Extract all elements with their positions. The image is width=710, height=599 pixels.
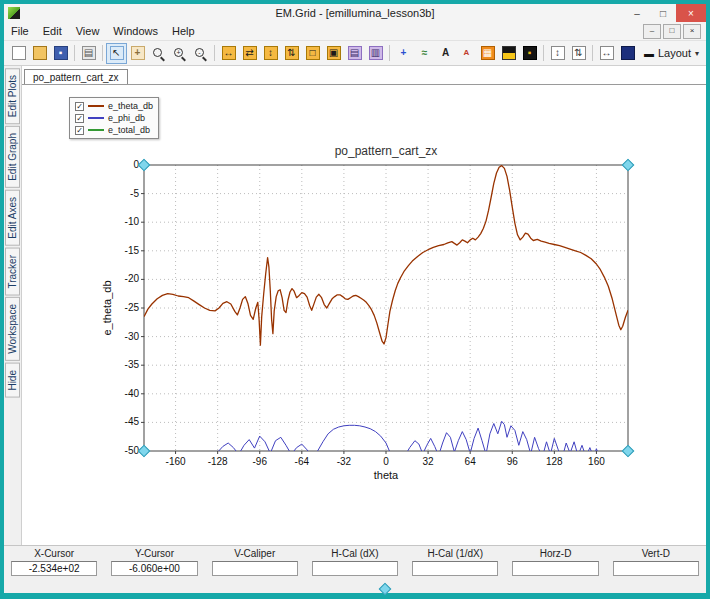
legend-label: e_phi_db — [108, 113, 145, 123]
legend-checkbox[interactable]: ✓ — [75, 114, 84, 123]
restore-button[interactable]: □ — [650, 4, 676, 22]
svg-text:-40: -40 — [125, 388, 140, 399]
zoom-y-icon: ⇅ — [285, 46, 299, 60]
legend-color-swatch — [88, 105, 104, 107]
add-marker-button[interactable]: + — [393, 43, 414, 64]
zoom-in-button[interactable]: + — [169, 43, 190, 64]
zoom-out-button[interactable]: - — [190, 43, 211, 64]
status-value-y-cursor: -6.060e+00 — [111, 561, 197, 576]
status-label-h-cal-dx: H-Cal (dX) — [305, 548, 405, 559]
window-client-area: EM.Grid - [emillumina_lesson3b] – □ × Fi… — [4, 4, 706, 593]
svg-text:64: 64 — [465, 456, 477, 467]
menu-bar: FileEditViewWindowsHelp –□× — [4, 22, 706, 41]
printer-icon: ▤ — [82, 46, 96, 60]
svg-text:-20: -20 — [125, 273, 140, 284]
side-tab-workspace[interactable]: Workspace — [5, 297, 20, 361]
mdi-restore-button[interactable]: □ — [663, 24, 681, 39]
side-tab-hide[interactable]: Hide — [5, 363, 20, 398]
add-annotation-button[interactable]: A — [456, 43, 477, 64]
expand-frame-h-button[interactable]: ↔ — [596, 43, 617, 64]
zoom-x-icon: ⇄ — [243, 46, 257, 60]
new-document-button[interactable] — [8, 43, 29, 64]
chart-canvas[interactable]: -160-128-96-64-3203264961281600-5-10-15-… — [22, 84, 706, 545]
expand-frame-v-button[interactable]: ↕ — [547, 43, 568, 64]
legend-checkbox[interactable]: ✓ — [75, 126, 84, 135]
toolbar-separator — [214, 45, 215, 61]
toolbar-separator — [102, 45, 103, 61]
toolbar: ▪▤↖++-↔⇄↕⇅□▣▤▥+≈AA▦▪↕⇅↔▬Layout▾ — [4, 41, 706, 66]
legend-item: ✓e_phi_db — [75, 112, 153, 124]
svg-text:-10: -10 — [125, 216, 140, 227]
pan-hand-icon: + — [131, 46, 145, 60]
menu-view[interactable]: View — [69, 23, 107, 39]
select-cursor-button[interactable]: ↖ — [106, 43, 127, 64]
side-tab-tracker[interactable]: Tracker — [5, 248, 20, 296]
zoom-y-button[interactable]: ⇅ — [281, 43, 302, 64]
svg-text:po_pattern_cart_zx: po_pattern_cart_zx — [335, 144, 438, 158]
document-tab[interactable]: po_pattern_cart_zx — [24, 69, 128, 84]
toolbar-separator — [543, 45, 544, 61]
side-tab-edit-axes[interactable]: Edit Axes — [5, 190, 20, 246]
svg-text:-128: -128 — [208, 456, 228, 467]
new-graph-button[interactable]: ▤ — [344, 43, 365, 64]
mdi-minimize-button[interactable]: – — [643, 24, 661, 39]
side-tab-edit-plots[interactable]: Edit Plots — [5, 68, 20, 124]
legend-item: ✓e_theta_db — [75, 100, 153, 112]
window-title: EM.Grid - [emillumina_lesson3b] — [4, 7, 706, 19]
status-value-h-cal-1-dx — [412, 561, 498, 576]
svg-text:-15: -15 — [125, 245, 140, 256]
status-value-vert-d — [613, 561, 699, 576]
legend-item: ✓e_total_db — [75, 124, 153, 136]
density-plot-button[interactable]: ▪ — [519, 43, 540, 64]
line-style-button[interactable] — [617, 43, 638, 64]
full-scale-x-button[interactable]: ↔ — [218, 43, 239, 64]
svg-text:128: 128 — [546, 456, 563, 467]
add-curve-button[interactable]: ≈ — [414, 43, 435, 64]
status-label-v-caliper: V-Caliper — [205, 548, 305, 559]
chevron-down-icon: ▾ — [695, 49, 699, 58]
zoom-xy-button[interactable]: ▣ — [323, 43, 344, 64]
menu-edit[interactable]: Edit — [36, 23, 69, 39]
status-values: -2.534e+02-6.060e+00 — [4, 561, 706, 578]
line-swatch-icon — [621, 46, 635, 60]
svg-text:theta: theta — [374, 469, 399, 481]
minimize-button[interactable]: – — [624, 4, 650, 22]
full-scale-xy-button[interactable]: □ — [302, 43, 323, 64]
menu-help[interactable]: Help — [165, 23, 202, 39]
save-button[interactable]: ▪ — [50, 43, 71, 64]
zoom-x-button[interactable]: ⇄ — [239, 43, 260, 64]
status-value-x-cursor: -2.534e+02 — [11, 561, 97, 576]
mdi-close-button[interactable]: × — [683, 24, 701, 39]
frame-expand-v-icon: ↕ — [551, 46, 565, 60]
close-button[interactable]: × — [676, 4, 706, 22]
layout-dropdown-button[interactable]: ▬Layout▾ — [638, 45, 705, 61]
legend-checkbox[interactable]: ✓ — [75, 102, 84, 111]
status-bar: X-CursorY-CursorV-CaliperH-Cal (dX)H-Cal… — [4, 545, 706, 580]
new-table-button[interactable]: ▥ — [365, 43, 386, 64]
image-plot-button[interactable]: ▦ — [477, 43, 498, 64]
full-scale-xy-icon: □ — [306, 46, 320, 60]
menu-file[interactable]: File — [4, 23, 36, 39]
legend-label: e_total_db — [108, 125, 150, 135]
full-scale-y-button[interactable]: ↕ — [260, 43, 281, 64]
toolbar-separator — [74, 45, 75, 61]
svg-text:-5: -5 — [130, 188, 139, 199]
svg-text:-35: -35 — [125, 359, 140, 370]
status-label-y-cursor: Y-Cursor — [104, 548, 204, 559]
status-label-vert-d: Vert-D — [606, 548, 706, 559]
main-area: Edit PlotsEdit GraphEdit AxesTrackerWork… — [4, 66, 706, 545]
status-value-v-caliper — [212, 561, 298, 576]
open-button[interactable] — [29, 43, 50, 64]
pan-button[interactable]: + — [127, 43, 148, 64]
menu-windows[interactable]: Windows — [106, 23, 165, 39]
graph-page-icon: ▤ — [348, 46, 362, 60]
fit-frame-v-button[interactable]: ⇅ — [568, 43, 589, 64]
side-tab-edit-graph[interactable]: Edit Graph — [5, 126, 20, 188]
document-area: po_pattern_cart_zx -160-128-96-64-320326… — [21, 66, 706, 545]
status-label-horz-d: Horz-D — [505, 548, 605, 559]
add-text-button[interactable]: A — [435, 43, 456, 64]
print-button[interactable]: ▤ — [78, 43, 99, 64]
zoom-window-button[interactable] — [148, 43, 169, 64]
window-controls: – □ × — [624, 4, 706, 22]
colormap-button[interactable] — [498, 43, 519, 64]
